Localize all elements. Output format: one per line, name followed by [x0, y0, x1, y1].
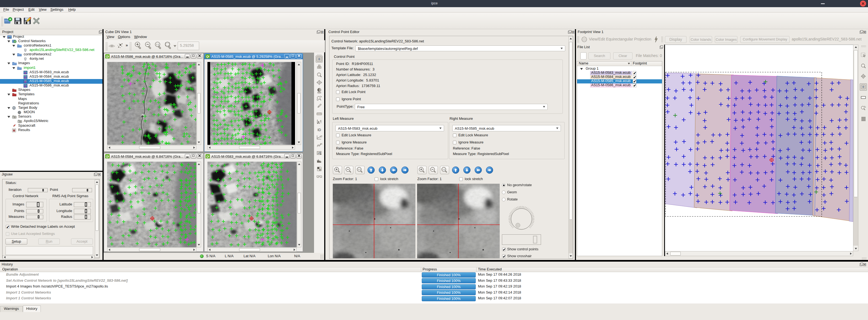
svg-text:3D: 3D — [320, 143, 322, 145]
svg-text:1:1: 1:1 — [156, 43, 159, 46]
svg-text:1:1: 1:1 — [442, 168, 445, 170]
svg-text:1:1: 1:1 — [358, 168, 361, 170]
svg-text:2D: 2D — [320, 135, 322, 137]
svg-text:Qt: Qt — [106, 55, 109, 58]
svg-text:Qt: Qt — [206, 155, 209, 158]
svg-text:ID: ID — [318, 128, 321, 132]
svg-text:Qt: Qt — [206, 55, 209, 58]
svg-text:Qt: Qt — [106, 155, 109, 158]
